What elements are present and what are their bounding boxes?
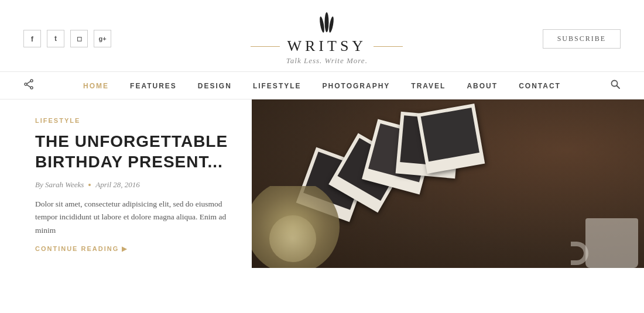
site-tagline: Talk Less. Write More. [286,56,368,66]
nav-link-photography[interactable]: PHOTOGRAPHY [323,82,390,90]
share-icon[interactable] [23,79,34,92]
nav-link-about[interactable]: ABOUT [467,82,498,90]
svg-line-6 [27,81,30,84]
svg-point-5 [25,83,27,85]
instagram-icon[interactable]: ◻ [70,30,88,47]
logo-area: WRITSY Talk Less. Write More. [111,12,543,66]
meta-dot [88,184,91,186]
svg-point-3 [30,80,33,82]
nav-link-design[interactable]: DESIGN [198,82,232,90]
google-plus-icon[interactable]: g+ [94,30,111,47]
nav-bar: HOME FEATURES DESIGN LIFESTYLE PHOTOGRAP… [0,72,644,99]
twitter-icon[interactable]: t [47,30,64,47]
logo-line-left [251,46,280,47]
search-icon[interactable] [610,79,621,92]
hero-author: By Sarah Weeks [35,180,84,190]
svg-line-9 [617,86,620,89]
logo-line-right [374,46,403,47]
hero-title: THE UNFORGETTABLEBIRTHDAY PRESENT... [35,131,231,172]
social-icons: f t ◻ g+ [23,30,111,47]
svg-point-0 [319,16,326,33]
svg-line-7 [27,85,30,87]
hero-excerpt: Dolor sit amet, consectetur adipisicing … [35,198,231,237]
svg-point-2 [328,16,335,33]
subscribe-area: SUBSCRIBE [543,29,621,49]
continue-reading-link[interactable]: CONTINUE READING ▶ [35,245,231,253]
logo-feathers-icon [316,12,337,35]
svg-point-4 [30,87,33,89]
nav-link-travel[interactable]: TRAVEL [411,82,446,90]
polaroid-5 [417,104,485,174]
hero-card: LIFESTYLE THE UNFORGETTABLEBIRTHDAY PRES… [0,99,252,268]
nav-link-home[interactable]: HOME [83,82,109,90]
nav-item-lifestyle[interactable]: LIFESTYLE [253,80,302,91]
site-title: WRITSY [287,37,366,55]
hero-date: April 28, 2016 [95,180,139,190]
nav-item-photography[interactable]: PHOTOGRAPHY [323,80,390,91]
nav-link-features[interactable]: FEATURES [130,82,177,90]
svg-point-1 [325,12,329,32]
nav-link-lifestyle[interactable]: LIFESTYLE [253,82,302,90]
subscribe-button[interactable]: SUBSCRIBE [543,29,621,49]
facebook-icon[interactable]: f [23,30,41,47]
nav-item-features[interactable]: FEATURES [130,80,177,91]
nav-links: HOME FEATURES DESIGN LIFESTYLE PHOTOGRAP… [83,80,561,91]
flower-area [252,186,357,268]
hero-meta: By Sarah Weeks April 28, 2016 [35,180,231,190]
logo-title-row: WRITSY [251,37,403,55]
hero-section: LIFESTYLE THE UNFORGETTABLEBIRTHDAY PRES… [0,99,644,268]
nav-item-travel[interactable]: TRAVEL [411,80,446,91]
hero-photo [252,99,644,268]
top-bar: f t ◻ g+ WRITSY Talk Less. Write More. [0,0,644,71]
nav-item-home[interactable]: HOME [83,80,109,91]
nav-link-contact[interactable]: CONTACT [519,82,561,90]
nav-item-contact[interactable]: CONTACT [519,80,561,91]
nav-item-design[interactable]: DESIGN [198,80,232,91]
hero-category: LIFESTYLE [35,117,231,124]
coffee-cup-area [580,209,638,268]
nav-item-about[interactable]: ABOUT [467,80,498,91]
